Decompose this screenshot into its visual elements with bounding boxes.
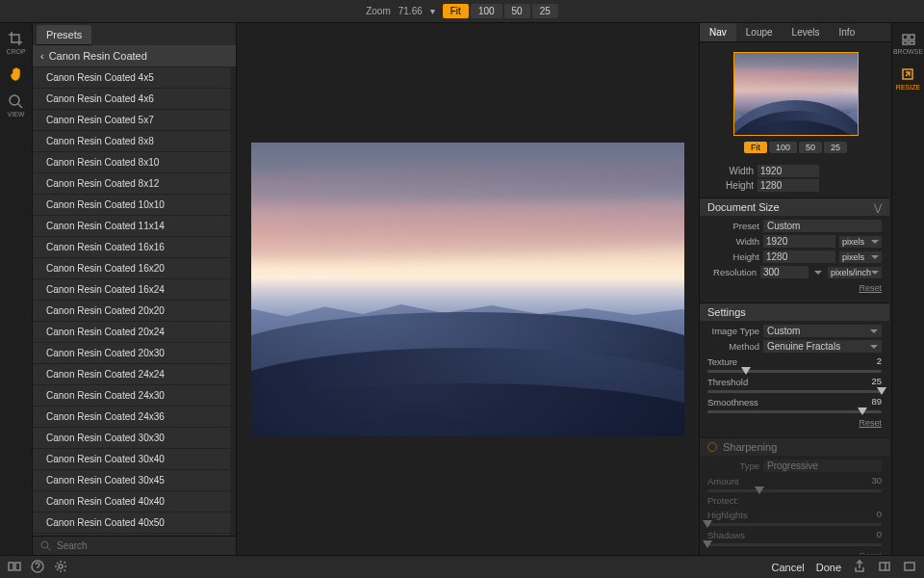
slider-thumb-icon[interactable]: [877, 387, 886, 395]
doc-size-reset[interactable]: Reset: [707, 283, 882, 293]
browse-label: BROWSE: [893, 48, 923, 55]
sidebar-toggle[interactable]: [878, 560, 891, 575]
resize-label: RESIZE: [896, 84, 920, 91]
preset-item[interactable]: Canon Resin Coated 40x50: [33, 512, 230, 534]
preset-item[interactable]: Canon Resin Coated 10x10: [33, 195, 230, 216]
browse-tool[interactable]: BROWSE: [893, 31, 923, 55]
preset-item[interactable]: Canon Resin Coated 24x30: [33, 385, 230, 407]
preset-item[interactable]: Canon Resin Coated 16x20: [33, 258, 230, 279]
preset-item[interactable]: Canon Resin Coated 20x30: [33, 343, 230, 364]
preset-search-input[interactable]: [57, 540, 228, 551]
zoom-fit-button[interactable]: Fit: [744, 142, 767, 153]
slider-thumb-icon[interactable]: [703, 540, 712, 548]
zoom-50-button[interactable]: 50: [799, 142, 822, 153]
doc-height-unit[interactable]: pixels: [839, 251, 882, 263]
zoom-100-button[interactable]: 100: [471, 4, 502, 18]
image-preview: [251, 143, 684, 436]
tab-levels[interactable]: Levels: [783, 23, 830, 41]
doc-res-input[interactable]: [760, 266, 808, 278]
toggle-dot-icon[interactable]: [707, 442, 717, 452]
zoom-100-button[interactable]: 100: [769, 142, 797, 153]
help-button[interactable]: [31, 560, 44, 575]
slider-thumb-icon[interactable]: [703, 520, 712, 528]
method-label: Method: [707, 341, 759, 352]
method-select[interactable]: Genuine Fractals: [763, 340, 882, 353]
chevron-down-icon[interactable]: ⋁: [874, 202, 882, 213]
presets-group-header[interactable]: ‹ Canon Resin Coated: [33, 45, 236, 67]
resize-tool[interactable]: RESIZE: [896, 66, 920, 91]
preset-select[interactable]: Custom: [763, 220, 882, 232]
preset-item[interactable]: Canon Resin Coated 16x24: [33, 279, 230, 301]
dim-height-label: Height: [707, 180, 754, 191]
dim-width-input[interactable]: [757, 165, 819, 177]
slider-thumb-icon[interactable]: [741, 367, 751, 375]
preset-item[interactable]: Canon Resin Coated 16x16: [33, 237, 230, 258]
crop-tool[interactable]: CROP: [6, 31, 25, 55]
threshold-slider[interactable]: Threshold25: [707, 376, 882, 393]
zoom-25-button[interactable]: 25: [824, 142, 847, 153]
shadows-slider[interactable]: Shadows0: [707, 529, 882, 546]
sharpen-reset[interactable]: Reset: [707, 551, 882, 555]
svg-point-10: [59, 565, 63, 568]
share-button[interactable]: [853, 560, 866, 575]
preset-item[interactable]: Canon Resin Coated 8x8: [33, 131, 230, 152]
presets-list[interactable]: Canon Resin Coated 4x5Canon Resin Coated…: [33, 67, 236, 536]
zoom-50-button[interactable]: 50: [504, 4, 530, 18]
dim-width-label: Width: [707, 166, 754, 176]
nav-preview: Fit1005025: [700, 42, 891, 163]
zoom-label: Zoom: [366, 6, 391, 16]
presets-tab[interactable]: Presets: [37, 25, 91, 45]
settings-button[interactable]: [54, 560, 67, 575]
preset-item[interactable]: Canon Resin Coated 30x45: [33, 470, 230, 491]
amount-slider[interactable]: Amount30: [707, 475, 882, 492]
doc-height-input[interactable]: [763, 250, 835, 263]
zoom-segmented: Fit1005025: [443, 4, 558, 18]
zoom-25-button[interactable]: 25: [532, 4, 558, 18]
doc-width-unit[interactable]: pixels: [839, 236, 882, 248]
preset-item[interactable]: Canon Resin Coated 24x24: [33, 364, 230, 385]
smoothness-slider[interactable]: Smoothness89: [707, 396, 882, 413]
zoom-dropdown-icon[interactable]: ▾: [430, 6, 435, 16]
zoom-fit-button[interactable]: Fit: [443, 4, 469, 18]
sharpen-type-select[interactable]: Progressive: [763, 460, 882, 472]
grid-view-button[interactable]: [8, 560, 21, 575]
cancel-button[interactable]: Cancel: [771, 562, 804, 573]
preset-item[interactable]: Canon Resin Coated 24x36: [33, 407, 230, 428]
texture-slider[interactable]: Texture2: [707, 355, 882, 373]
canvas-area[interactable]: [237, 23, 699, 555]
slider-thumb-icon[interactable]: [755, 486, 764, 494]
slider-thumb-icon[interactable]: [858, 407, 867, 415]
dim-height-input[interactable]: [757, 179, 819, 192]
preset-item[interactable]: Canon Resin Coated 20x24: [33, 322, 230, 343]
preset-item[interactable]: Canon Resin Coated 11x14: [33, 216, 230, 237]
tab-nav[interactable]: Nav: [700, 23, 736, 41]
hand-tool[interactable]: [9, 66, 24, 82]
preset-item[interactable]: Canon Resin Coated 30x40: [33, 449, 230, 470]
done-button[interactable]: Done: [816, 562, 841, 573]
highlights-slider[interactable]: Highlights0: [707, 509, 882, 526]
preset-item[interactable]: Canon Resin Coated 4x6: [33, 89, 230, 110]
settings-title: Settings: [707, 306, 746, 318]
doc-res-label: Resolution: [707, 267, 757, 277]
preset-item[interactable]: Canon Resin Coated 8x12: [33, 173, 230, 195]
view-tool[interactable]: VIEW: [8, 93, 25, 118]
sharpening-title: Sharpening: [723, 441, 777, 453]
doc-res-unit[interactable]: pixels/inch: [828, 267, 882, 278]
tab-loupe[interactable]: Loupe: [736, 23, 783, 41]
preset-item[interactable]: Canon Resin Coated 20x20: [33, 301, 230, 322]
fullscreen-button[interactable]: [903, 560, 916, 575]
preset-item[interactable]: Canon Resin Coated 5x7: [33, 110, 230, 131]
doc-width-input[interactable]: [763, 235, 835, 248]
presets-group-label: Canon Resin Coated: [49, 50, 147, 62]
crop-icon: [8, 31, 23, 46]
image-type-select[interactable]: Custom: [763, 325, 882, 337]
preset-item[interactable]: Canon Resin Coated 30x30: [33, 428, 230, 449]
settings-reset[interactable]: Reset: [707, 418, 882, 428]
preset-item[interactable]: Canon Resin Coated 8x10: [33, 152, 230, 173]
preset-item[interactable]: Canon Resin Coated 40x40: [33, 491, 230, 512]
svg-rect-8: [15, 563, 20, 570]
preset-item[interactable]: Canon Resin Coated 4x5: [33, 67, 230, 89]
link-dim-icon[interactable]: [814, 271, 822, 275]
nav-thumbnail[interactable]: [733, 52, 859, 136]
tab-info[interactable]: Info: [830, 23, 865, 41]
